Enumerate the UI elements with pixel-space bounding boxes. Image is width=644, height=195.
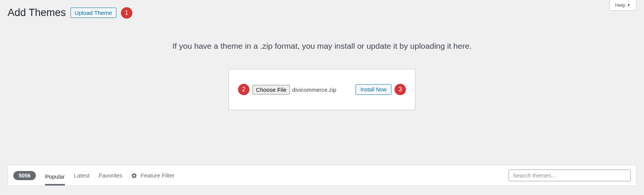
upload-area: If you have a theme in a .zip format, yo… [0, 42, 644, 110]
file-group: 2 Choose File divicommerce.zip [238, 84, 336, 95]
choose-file-button[interactable]: Choose File [253, 85, 290, 94]
search-themes-input[interactable] [509, 169, 631, 181]
upload-theme-button[interactable]: Upload Theme [71, 8, 116, 18]
file-input-wrapper: Choose File divicommerce.zip [253, 85, 336, 94]
page-title: Add Themes [8, 7, 66, 19]
install-now-button[interactable]: Install Now [356, 84, 391, 95]
upload-instruction: If you have a theme in a .zip format, yo… [0, 42, 644, 51]
help-label: Help [615, 2, 625, 8]
tab-popular[interactable]: Popular [45, 171, 65, 185]
page-header: Add Themes Upload Theme 1 [0, 0, 644, 19]
tab-favorites[interactable]: Favorites [99, 170, 122, 181]
help-tab[interactable]: Help ▼ [609, 0, 636, 11]
annotation-badge-2: 2 [238, 84, 250, 95]
feature-filter-label: Feature Filter [140, 172, 174, 179]
theme-count-badge: 5056 [13, 171, 36, 180]
chevron-down-icon: ▼ [627, 3, 631, 7]
annotation-badge-1: 1 [121, 7, 132, 19]
annotation-badge-3: 3 [394, 84, 406, 95]
search-box [509, 169, 631, 181]
theme-filter-bar: 5056 Popular Latest Favorites Feature Fi… [8, 165, 636, 186]
install-group: Install Now 3 [356, 84, 406, 95]
upload-form: 2 Choose File divicommerce.zip Install N… [229, 69, 415, 110]
selected-file-name: divicommerce.zip [292, 86, 336, 93]
tab-latest[interactable]: Latest [74, 170, 90, 181]
feature-filter-button[interactable]: Feature Filter [131, 172, 174, 179]
gear-icon [131, 173, 137, 179]
